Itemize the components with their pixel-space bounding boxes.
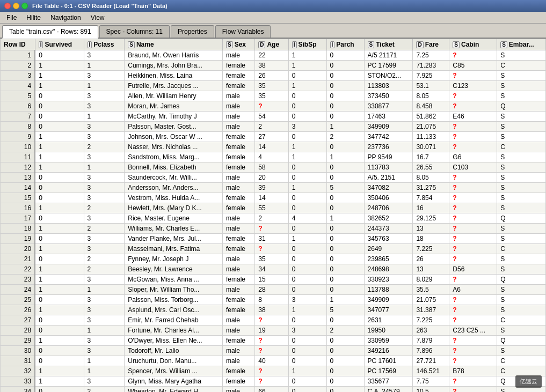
cell-r25-c10: ? (449, 305, 497, 315)
cell-r16-c11: Q (497, 213, 546, 224)
cell-r24-c1: 0 (35, 295, 84, 305)
table-row: 1303Saundercock, Mr. Willi...male2000A/5… (1, 173, 546, 183)
table-row: 2613Asplund, Mrs. Carl Osc...female38153… (1, 305, 546, 315)
cell-r4-c7: 0 (326, 91, 364, 101)
cell-r12-c3: Saundercock, Mr. Willi... (125, 173, 223, 183)
cell-r28-c11: Q (497, 336, 546, 346)
cell-r14-c3: Vestrom, Miss. Hulda A... (125, 193, 223, 203)
cell-r0-c1: 0 (35, 50, 84, 61)
cell-r23-c1: 1 (35, 285, 84, 295)
cell-r17-c11: S (497, 224, 546, 234)
cell-r18-c1: 0 (35, 234, 84, 244)
cell-r31-c3: Spencer, Mrs. William ... (125, 366, 223, 376)
tab-2[interactable]: Properties (171, 25, 214, 38)
window-title: File Table - 0:1 - CSV Reader (Load "Tra… (32, 3, 168, 9)
cell-r10-c2: 3 (84, 152, 125, 162)
close-button[interactable] (4, 3, 11, 9)
tab-1[interactable]: Spec - Columns: 11 (99, 25, 170, 38)
cell-r28-c5: ? (255, 336, 289, 346)
missing-value: ? (453, 215, 456, 222)
tab-3[interactable]: Flow Variables (215, 25, 271, 38)
cell-r1-c4: female (222, 61, 254, 71)
missing-value: ? (453, 306, 456, 314)
table-row: 701McCarthy, Mr. Timothy Jmale5400174635… (1, 112, 546, 122)
cell-r21-c3: Beesley, Mr. Lawrence (125, 264, 223, 275)
cell-r19-c11: C (497, 244, 546, 254)
col-label-11: Embar... (509, 41, 534, 48)
cell-r3-c8: 113803 (364, 81, 413, 91)
table-row: 603Moran, Mr. Jamesmale?003308778.458?Q (1, 101, 546, 112)
window-controls[interactable] (4, 3, 28, 9)
missing-value: ? (453, 174, 456, 181)
cell-r23-c9: 35.5 (413, 285, 449, 295)
cell-r22-c0: 23 (1, 275, 35, 285)
cell-r1-c2: 1 (84, 61, 125, 71)
cell-r20-c5: 35 (255, 254, 289, 264)
col-label-8: Ticket (376, 41, 394, 48)
menu-item-view[interactable]: View (86, 13, 109, 23)
cell-r8-c9: 11.133 (413, 132, 449, 142)
cell-r0-c4: male (222, 50, 254, 61)
cell-r20-c1: 0 (35, 254, 84, 264)
cell-r8-c10: ? (449, 132, 497, 142)
cell-r21-c1: 1 (35, 264, 84, 275)
cell-r30-c5: 40 (255, 356, 289, 366)
missing-value: ? (453, 92, 456, 100)
table-container[interactable]: Row IDISurvivedIPclassSNameSSexDAgeISibS… (0, 39, 546, 392)
cell-r0-c10: ? (449, 50, 497, 61)
cell-r17-c0: 18 (1, 224, 35, 234)
tab-0[interactable]: Table "train.csv" - Rows: 891 (2, 25, 98, 39)
cell-r27-c3: Fortune, Mr. Charles Al... (125, 326, 223, 336)
cell-r20-c4: male (222, 254, 254, 264)
missing-value: ? (258, 316, 262, 324)
cell-r32-c4: female (222, 376, 254, 387)
menu-bar: FileHiliteNavigationView (0, 12, 546, 24)
cell-r1-c10: C85 (449, 61, 497, 71)
cell-r24-c4: female (222, 295, 254, 305)
missing-value: ? (453, 276, 456, 283)
cell-r17-c1: 1 (35, 224, 84, 234)
cell-r9-c1: 1 (35, 142, 84, 152)
cell-r29-c3: Todoroff, Mr. Lalio (125, 346, 223, 356)
cell-r6-c11: S (497, 112, 546, 122)
menu-item-hilite[interactable]: Hilite (22, 13, 45, 23)
cell-r4-c5: 35 (255, 91, 289, 101)
cell-r33-c4: male (222, 387, 254, 393)
cell-r32-c5: ? (255, 376, 289, 387)
cell-r10-c6: 1 (288, 152, 326, 162)
cell-r29-c7: 0 (326, 346, 364, 356)
type-badge-11: S (500, 41, 507, 48)
cell-r28-c7: 0 (326, 336, 364, 346)
table-row: 1012Nasser, Mrs. Nicholas ...female14102… (1, 142, 546, 152)
minimize-button[interactable] (13, 3, 19, 9)
missing-value: ? (453, 245, 456, 253)
cell-r20-c10: ? (449, 254, 497, 264)
missing-value: ? (453, 378, 456, 385)
cell-r5-c6: 0 (288, 101, 326, 112)
cell-r29-c5: ? (255, 346, 289, 356)
cell-r9-c5: 14 (255, 142, 289, 152)
menu-item-navigation[interactable]: Navigation (46, 13, 85, 23)
col-label-7: Parch (336, 41, 354, 48)
cell-r31-c7: 0 (326, 366, 364, 376)
cell-r20-c6: 0 (288, 254, 326, 264)
cell-r4-c9: 8.05 (413, 91, 449, 101)
table-row: 2102Fynney, Mr. Joseph Jmale350023986526… (1, 254, 546, 264)
cell-r12-c2: 3 (84, 173, 125, 183)
cell-r13-c0: 14 (1, 183, 35, 193)
cell-r7-c2: 3 (84, 122, 125, 132)
cell-r33-c3: Wheadon, Mr. Edward H (125, 387, 223, 393)
menu-item-file[interactable]: File (2, 13, 21, 23)
cell-r14-c5: 14 (255, 193, 289, 203)
cell-r12-c10: ? (449, 173, 497, 183)
cell-r27-c9: 263 (413, 326, 449, 336)
cell-r7-c11: S (497, 122, 546, 132)
cell-r16-c9: 29.125 (413, 213, 449, 224)
cell-r18-c5: 31 (255, 234, 289, 244)
table-row: 2503Palsson, Miss. Torborg...female83134… (1, 295, 546, 305)
maximize-button[interactable] (21, 3, 28, 9)
col-header-embar---: SEmbar... (497, 39, 546, 50)
cell-r26-c1: 0 (35, 315, 84, 326)
cell-r18-c3: Vander Planke, Mrs. Jul... (125, 234, 223, 244)
cell-r18-c0: 19 (1, 234, 35, 244)
